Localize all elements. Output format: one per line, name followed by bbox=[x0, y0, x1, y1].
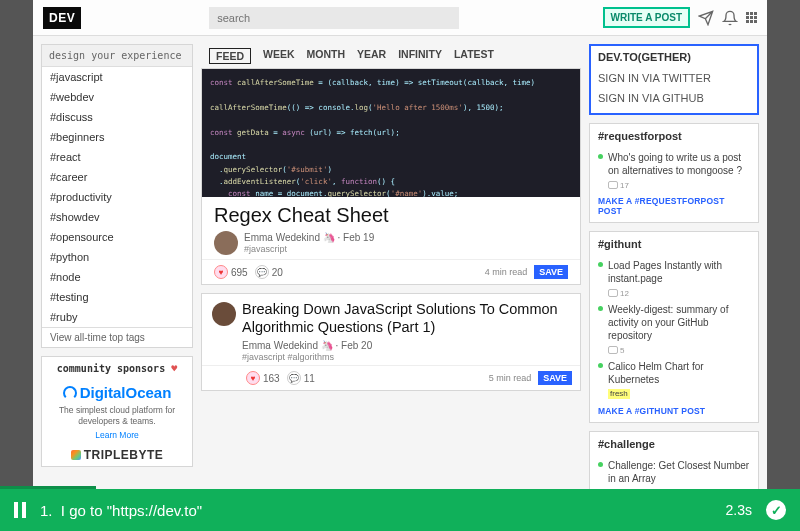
comment-count: 17 bbox=[598, 181, 629, 190]
tab-infinity[interactable]: INFINITY bbox=[398, 48, 442, 64]
heart-icon: ♥ bbox=[246, 371, 260, 385]
heart-icon: ♥ bbox=[214, 265, 228, 279]
tag-link[interactable]: #python bbox=[42, 247, 192, 267]
post-tags[interactable]: #javascript bbox=[244, 244, 374, 254]
signin-box: DEV.TO(GETHER) SIGN IN VIA TWITTER SIGN … bbox=[589, 44, 759, 115]
reactions-count[interactable]: ♥695 bbox=[214, 265, 248, 279]
post-title[interactable]: Regex Cheat Sheet bbox=[202, 197, 580, 229]
tag-link[interactable]: #react bbox=[42, 147, 192, 167]
post-byline: Emma Wedekind 🦄 · Feb 19 bbox=[244, 232, 374, 243]
digitalocean-icon bbox=[63, 386, 77, 400]
comment-icon: 💬 bbox=[255, 265, 269, 279]
box-heading: #challenge bbox=[598, 438, 750, 450]
learn-more-link[interactable]: Learn More bbox=[48, 430, 186, 440]
post-card[interactable]: const callAfterSomeTime = (callback, tim… bbox=[201, 68, 581, 285]
top-nav: DEV WRITE A POST bbox=[33, 0, 767, 36]
fresh-badge: fresh bbox=[608, 389, 630, 399]
menu-grid-icon[interactable] bbox=[746, 12, 757, 23]
post-tags[interactable]: #javascript #algorithms bbox=[242, 352, 572, 362]
list-item[interactable]: Load Pages Instantly with instant.page bbox=[598, 255, 750, 287]
githunt-box: #githunt Load Pages Instantly with insta… bbox=[589, 231, 759, 423]
tab-latest[interactable]: LATEST bbox=[454, 48, 494, 64]
tag-link[interactable]: #discuss bbox=[42, 107, 192, 127]
post-title[interactable]: Breaking Down JavaScript Solutions To Co… bbox=[236, 294, 580, 338]
box-heading: #githunt bbox=[598, 238, 750, 250]
signin-twitter-link[interactable]: SIGN IN VIA TWITTER bbox=[598, 68, 750, 88]
comment-count: 5 bbox=[598, 346, 624, 355]
save-button[interactable]: SAVE bbox=[538, 371, 572, 385]
comment-count: 12 bbox=[598, 289, 629, 298]
make-post-link[interactable]: MAKE A #GITHUNT POST bbox=[598, 406, 750, 416]
heart-icon: ♥ bbox=[171, 363, 177, 374]
comment-icon: 💬 bbox=[287, 371, 301, 385]
tag-link[interactable]: #career bbox=[42, 167, 192, 187]
tab-feed[interactable]: FEED bbox=[209, 48, 251, 64]
sponsor-triplebyte[interactable]: TRIPLEBYTE bbox=[42, 444, 192, 466]
tag-list: #javascript #webdev #discuss #beginners … bbox=[42, 67, 192, 327]
tab-year[interactable]: YEAR bbox=[357, 48, 386, 64]
list-item[interactable]: Who's going to write us a post on altern… bbox=[598, 147, 750, 179]
save-button[interactable]: SAVE bbox=[534, 265, 568, 279]
check-icon: ✓ bbox=[766, 500, 786, 520]
list-item[interactable]: Weekly-digest: summary of activity on yo… bbox=[598, 299, 750, 344]
tag-link[interactable]: #opensource bbox=[42, 227, 192, 247]
list-item[interactable]: Challenge: Get Closest Number in an Arra… bbox=[598, 455, 750, 487]
write-post-button[interactable]: WRITE A POST bbox=[603, 7, 690, 28]
read-time: 4 min read bbox=[485, 267, 528, 277]
player-bar: 1. I go to "https://dev.to" 2.3s ✓ bbox=[0, 489, 800, 531]
pause-button[interactable] bbox=[14, 502, 26, 518]
avatar[interactable] bbox=[212, 302, 236, 326]
tab-week[interactable]: WEEK bbox=[263, 48, 295, 64]
requestforpost-box: #requestforpost Who's going to write us … bbox=[589, 123, 759, 223]
box-heading: #requestforpost bbox=[598, 130, 750, 142]
read-time: 5 min read bbox=[489, 373, 532, 383]
sponsor-box: community sponsors ♥ DigitalOcean The si… bbox=[41, 356, 193, 467]
tag-link[interactable]: #webdev bbox=[42, 87, 192, 107]
post-byline: Emma Wedekind 🦄 · Feb 20 bbox=[242, 340, 572, 351]
post-card[interactable]: Breaking Down JavaScript Solutions To Co… bbox=[201, 293, 581, 391]
tag-link[interactable]: #node bbox=[42, 267, 192, 287]
feed-tabs: FEED WEEK MONTH YEAR INFINITY LATEST bbox=[201, 44, 581, 68]
signin-heading: DEV.TO(GETHER) bbox=[598, 51, 750, 63]
sponsor-heading: community sponsors ♥ bbox=[42, 357, 192, 380]
tag-link[interactable]: #ruby bbox=[42, 307, 192, 327]
tag-link[interactable]: #showdev bbox=[42, 207, 192, 227]
reactions-count[interactable]: ♥163 bbox=[246, 371, 280, 385]
search-input[interactable] bbox=[209, 7, 459, 29]
tag-sidebar: design your experience #javascript #webd… bbox=[41, 44, 193, 348]
bell-icon[interactable] bbox=[722, 10, 738, 26]
view-all-tags-link[interactable]: View all-time top tags bbox=[42, 327, 192, 347]
step-caption: 1. I go to "https://dev.to" bbox=[40, 502, 712, 519]
make-post-link[interactable]: MAKE A #REQUESTFORPOST POST bbox=[598, 196, 750, 216]
comments-count[interactable]: 💬20 bbox=[255, 265, 283, 279]
step-time: 2.3s bbox=[726, 502, 752, 518]
post-cover-image: const callAfterSomeTime = (callback, tim… bbox=[202, 69, 580, 197]
triplebyte-icon bbox=[71, 450, 81, 460]
paper-plane-icon[interactable] bbox=[698, 10, 714, 26]
comments-count[interactable]: 💬11 bbox=[287, 371, 315, 385]
tag-link[interactable]: #javascript bbox=[42, 67, 192, 87]
list-item[interactable]: Calico Helm Chart for Kubernetesfresh bbox=[598, 356, 750, 401]
avatar[interactable] bbox=[214, 231, 238, 255]
tag-link[interactable]: #productivity bbox=[42, 187, 192, 207]
signin-github-link[interactable]: SIGN IN VIA GITHUB bbox=[598, 88, 750, 108]
tag-link[interactable]: #testing bbox=[42, 287, 192, 307]
tag-link[interactable]: #beginners bbox=[42, 127, 192, 147]
logo[interactable]: DEV bbox=[43, 7, 81, 29]
tab-month[interactable]: MONTH bbox=[307, 48, 346, 64]
sponsor-digitalocean[interactable]: DigitalOcean The simplest cloud platform… bbox=[42, 380, 192, 444]
tag-sidebar-head: design your experience bbox=[42, 45, 192, 67]
